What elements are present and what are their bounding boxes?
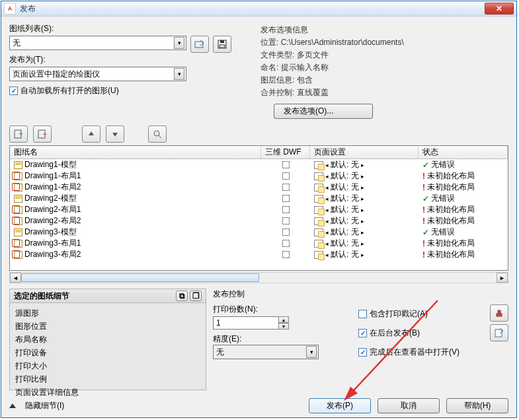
3d-dwf-checkbox[interactable]: [282, 206, 290, 213]
details-max-icon[interactable]: ❐: [190, 291, 202, 301]
spin-down[interactable]: ▼: [278, 323, 289, 330]
col-header-status[interactable]: 状态: [419, 146, 508, 158]
stamp-checkbox[interactable]: [358, 310, 367, 318]
table-row[interactable]: Drawing1-布局2◂默认: 无▸! 未初始化布局: [10, 182, 508, 193]
copies-input[interactable]: 1: [213, 316, 279, 330]
publish-options-button[interactable]: 发布选项(O)...: [274, 104, 373, 119]
sheet-name: Drawing1-布局1: [24, 170, 81, 182]
sheet-icon: [14, 161, 22, 169]
horizontal-scrollbar[interactable]: ◄ ►: [9, 272, 508, 283]
autoload-checkbox[interactable]: ✓: [9, 87, 18, 95]
sheet-name: Drawing3-布局1: [24, 238, 81, 249]
svg-point-8: [154, 131, 159, 136]
3d-dwf-checkbox[interactable]: [282, 228, 290, 236]
help-button[interactable]: 帮助(H): [446, 398, 508, 413]
background-checkbox[interactable]: ✓: [358, 329, 367, 337]
details-restore-icon[interactable]: ⧉: [176, 291, 188, 301]
3d-dwf-checkbox[interactable]: [282, 240, 290, 247]
col-header-3ddwf[interactable]: 三维 DWF: [261, 146, 310, 158]
page-setup-value: 默认: 无: [331, 170, 359, 182]
triangle-up-icon: [9, 403, 16, 408]
3d-dwf-checkbox[interactable]: [282, 251, 290, 258]
sheet-list-label: 图纸列表(S):: [9, 23, 254, 34]
import-button[interactable]: [190, 36, 209, 53]
status-icon: !: [422, 239, 425, 248]
status-text: 未初始化布局: [427, 182, 475, 193]
title-bar[interactable]: A 发布 ✕: [1, 1, 516, 17]
background-label: 在后台发布(B): [370, 328, 420, 339]
table-row[interactable]: Drawing2-布局2◂默认: 无▸! 未初始化布局: [10, 215, 508, 227]
detail-item: 打印大小: [15, 361, 200, 372]
publish-button[interactable]: 发布(P): [309, 398, 371, 413]
page-setup-icon: [314, 206, 323, 214]
table-row[interactable]: Drawing3-布局1◂默认: 无▸! 未初始化布局: [10, 238, 508, 249]
preview-button[interactable]: [148, 125, 167, 143]
scroll-left-button[interactable]: ◄: [10, 273, 21, 283]
page-setup-value: 默认: 无: [331, 204, 359, 215]
status-icon: ✓: [422, 160, 429, 170]
3d-dwf-checkbox[interactable]: [282, 172, 290, 180]
save-button[interactable]: [213, 36, 231, 53]
publish-as-label: 发布为(T):: [9, 54, 254, 65]
page-setup-value: 默认: 无: [331, 238, 359, 249]
table-row[interactable]: Drawing3-模型◂默认: 无▸✓ 无错误: [10, 227, 508, 238]
sheet-icon: [14, 251, 22, 259]
stamp-label: 包含打印戳记(A): [370, 308, 428, 320]
background-settings-button[interactable]: [490, 324, 508, 341]
3d-dwf-checkbox[interactable]: [282, 217, 290, 225]
info-layer: 包含: [297, 75, 313, 85]
page-setup-icon: [314, 184, 323, 192]
page-setup-value: 默认: 无: [331, 249, 359, 260]
open-viewer-checkbox[interactable]: ✓: [358, 348, 367, 357]
info-naming: 提示输入名称: [281, 63, 329, 72]
page-setup-icon: [314, 172, 323, 180]
detail-item: 打印设备: [15, 347, 200, 359]
status-text: 未初始化布局: [427, 238, 475, 249]
hide-details-link[interactable]: 隐藏细节(I): [25, 400, 64, 411]
scroll-thumb[interactable]: [21, 273, 259, 282]
close-button[interactable]: ✕: [485, 3, 514, 15]
sheet-icon: [14, 206, 22, 214]
info-heading: 发布选项信息: [260, 24, 508, 36]
page-setup-value: 默认: 无: [331, 215, 359, 227]
table-row[interactable]: Drawing2-模型◂默认: 无▸✓ 无错误: [10, 193, 508, 204]
spin-up[interactable]: ▲: [278, 316, 289, 323]
close-icon: ✕: [496, 4, 502, 13]
3d-dwf-checkbox[interactable]: [282, 161, 290, 168]
svg-rect-10: [497, 314, 502, 316]
detail-item: 图形位置: [15, 321, 200, 332]
3d-dwf-checkbox[interactable]: [282, 195, 290, 202]
status-icon: ✓: [422, 194, 429, 203]
scroll-right-button[interactable]: ►: [497, 273, 508, 283]
sheet-list-combo[interactable]: 无 ▾: [9, 36, 186, 50]
info-location: C:\Users\Administrator\documents\: [281, 38, 404, 47]
col-header-name[interactable]: 图纸名: [10, 146, 261, 158]
sheet-name: Drawing1-模型: [24, 159, 77, 170]
detail-item: 页面设置详细信息: [15, 387, 200, 398]
page-setup-icon: [314, 161, 323, 169]
table-row[interactable]: Drawing2-布局1◂默认: 无▸! 未初始化布局: [10, 204, 508, 215]
add-sheet-button[interactable]: +: [9, 125, 28, 143]
status-text: 无错误: [431, 227, 455, 238]
sheet-icon: [14, 217, 22, 225]
cancel-button[interactable]: 取消: [378, 398, 440, 413]
table-row[interactable]: Drawing1-模型◂默认: 无▸✓ 无错误: [10, 159, 508, 170]
status-text: 未初始化布局: [427, 170, 475, 182]
publish-as-combo[interactable]: 页面设置中指定的绘图仪 ▾: [9, 67, 186, 81]
status-icon: !: [422, 250, 425, 260]
table-row[interactable]: Drawing1-布局1◂默认: 无▸! 未初始化布局: [10, 170, 508, 182]
3d-dwf-checkbox[interactable]: [282, 184, 290, 191]
remove-sheet-button[interactable]: −: [33, 125, 52, 143]
precision-combo[interactable]: 无 ▾: [213, 345, 319, 359]
page-setup-value: 默认: 无: [331, 227, 359, 238]
col-header-page[interactable]: 页面设置: [310, 146, 419, 158]
page-setup-icon: [314, 195, 323, 203]
svg-rect-2: [220, 40, 224, 43]
sheet-name: Drawing3-模型: [24, 227, 77, 238]
move-down-button[interactable]: [106, 125, 124, 143]
publish-control-heading: 发布控制: [213, 289, 508, 300]
table-row[interactable]: Drawing3-布局2◂默认: 无▸! 未初始化布局: [10, 249, 508, 260]
stamp-settings-button[interactable]: [490, 304, 508, 322]
precision-label: 精度(E):: [213, 333, 241, 345]
move-up-button[interactable]: [82, 125, 100, 143]
